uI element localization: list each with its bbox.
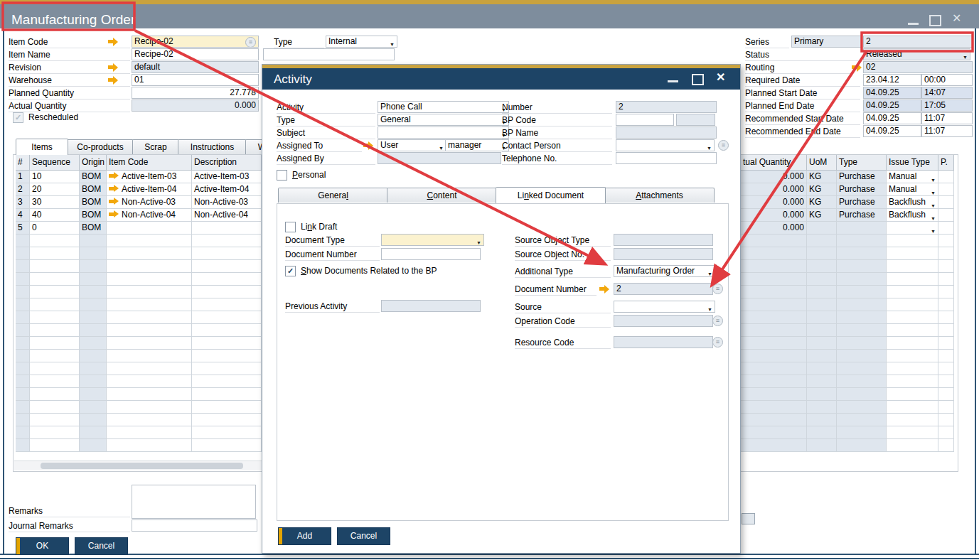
cell-num[interactable] xyxy=(16,401,30,414)
cell-p[interactable] xyxy=(938,183,954,196)
cell-quantity[interactable] xyxy=(741,439,807,452)
recommended-start-time-field[interactable]: 11:07 xyxy=(921,112,973,124)
assigned-to-user-dropdown[interactable]: manager ▼ xyxy=(445,139,509,151)
cell-type[interactable] xyxy=(837,337,887,350)
cell-item_code[interactable]: Active-Item-04 xyxy=(107,183,192,196)
cell-issue_type[interactable] xyxy=(887,337,938,350)
cell-quantity[interactable]: 0.000 xyxy=(741,222,807,235)
series-number-field[interactable]: 2 xyxy=(863,36,973,48)
cell-description[interactable] xyxy=(192,311,262,324)
cell-type[interactable] xyxy=(837,286,887,298)
resource-code-field[interactable] xyxy=(614,336,713,348)
cell-item_code[interactable] xyxy=(107,401,192,414)
cell-num[interactable]: 5 xyxy=(16,222,30,235)
cell-num[interactable] xyxy=(16,375,30,388)
choose-from-list-icon[interactable]: ≡ xyxy=(245,37,256,48)
cell-quantity[interactable] xyxy=(741,286,807,298)
cell-quantity[interactable] xyxy=(741,414,807,426)
previous-activity-field[interactable] xyxy=(381,300,481,312)
cell-origin[interactable] xyxy=(80,426,107,439)
type-dropdown[interactable]: Internal ▼ xyxy=(326,36,397,48)
cell-description[interactable] xyxy=(192,222,262,235)
cell-description[interactable] xyxy=(192,247,262,260)
cell-description[interactable] xyxy=(192,388,262,401)
maximize-icon[interactable] xyxy=(929,15,941,26)
cell-sequence[interactable] xyxy=(30,388,80,401)
cell-type[interactable] xyxy=(837,260,887,273)
cell-type[interactable] xyxy=(837,235,887,247)
cell-origin[interactable] xyxy=(80,439,107,452)
revision-field[interactable]: default xyxy=(132,61,259,73)
cell-item_code[interactable] xyxy=(107,247,192,260)
cell-item_code[interactable] xyxy=(107,260,192,273)
cell-item_code[interactable] xyxy=(107,388,192,401)
planned-quantity-field[interactable]: 27.778 xyxy=(132,87,259,99)
tab-instructions[interactable]: Instructions xyxy=(178,139,247,154)
subject-dropdown[interactable]: ▼ xyxy=(378,126,509,139)
cell-p[interactable] xyxy=(938,209,954,222)
cell-origin[interactable]: BOM xyxy=(80,171,107,183)
cell-num[interactable] xyxy=(16,260,30,273)
routing-field[interactable]: 02 xyxy=(863,61,973,73)
cell-origin[interactable] xyxy=(80,375,107,388)
cell-item_code[interactable] xyxy=(107,222,192,235)
cell-sequence[interactable] xyxy=(30,426,80,439)
cell-quantity[interactable] xyxy=(741,401,807,414)
cell-p[interactable] xyxy=(938,260,954,273)
cell-issue_type[interactable] xyxy=(887,273,938,286)
cell-sequence[interactable] xyxy=(30,439,80,452)
cell-issue_type[interactable] xyxy=(887,286,938,298)
bp-code-field[interactable] xyxy=(616,114,674,126)
cell-type[interactable]: Purchase xyxy=(837,171,887,183)
cell-description[interactable] xyxy=(192,362,262,375)
cell-uom[interactable] xyxy=(807,350,837,362)
tab-general[interactable]: General xyxy=(278,188,388,203)
cell-sequence[interactable] xyxy=(30,286,80,298)
choose-from-list-icon[interactable]: ≡ xyxy=(712,284,723,294)
assigned-to-category-dropdown[interactable]: User ▼ xyxy=(378,139,446,151)
cell-issue_type[interactable] xyxy=(887,324,938,337)
cell-origin[interactable] xyxy=(80,260,107,273)
cell-type[interactable] xyxy=(837,298,887,311)
cell-p[interactable] xyxy=(938,375,954,388)
cell-origin[interactable] xyxy=(80,350,107,362)
cell-description[interactable]: Non-Active-03 xyxy=(192,196,262,209)
cell-uom[interactable] xyxy=(807,247,837,260)
show-documents-checkbox[interactable]: ✓ xyxy=(285,266,296,276)
cell-description[interactable] xyxy=(192,260,262,273)
cell-item_code[interactable] xyxy=(107,375,192,388)
cell-type[interactable] xyxy=(837,439,887,452)
cell-sequence[interactable] xyxy=(30,260,80,273)
tab-linked-document[interactable]: Linked Document xyxy=(496,187,606,203)
cell-issue_type[interactable] xyxy=(887,375,938,388)
cell-item_code[interactable] xyxy=(107,311,192,324)
cell-sequence[interactable] xyxy=(30,350,80,362)
cell-issue_type[interactable] xyxy=(887,260,938,273)
bp-name-field[interactable] xyxy=(616,126,717,139)
document-number-field[interactable] xyxy=(381,248,481,260)
cell-quantity[interactable] xyxy=(741,324,807,337)
activity-dropdown[interactable]: Phone Call ▼ xyxy=(378,101,509,113)
planned-start-time-field[interactable]: 14:07 xyxy=(921,87,973,99)
cell-num[interactable] xyxy=(16,298,30,311)
choose-from-list-icon[interactable]: ≡ xyxy=(712,337,723,348)
cell-num[interactable] xyxy=(16,337,30,350)
cell-description[interactable]: Non-Active-04 xyxy=(192,209,262,222)
cell-description[interactable] xyxy=(192,273,262,286)
cell-issue_type[interactable] xyxy=(887,388,938,401)
cell-sequence[interactable] xyxy=(30,362,80,375)
cell-issue_type[interactable] xyxy=(887,401,938,414)
cell-sequence[interactable] xyxy=(30,273,80,286)
operation-code-field[interactable] xyxy=(614,315,713,327)
required-time-field[interactable]: 00:00 xyxy=(921,74,973,86)
cell-issue_type[interactable] xyxy=(887,350,938,362)
link-arrow-icon[interactable] xyxy=(109,172,119,180)
dialog-cancel-button[interactable]: Cancel xyxy=(337,527,390,545)
cell-p[interactable] xyxy=(938,362,954,375)
cell-origin[interactable] xyxy=(80,362,107,375)
cell-quantity[interactable]: 0.000 xyxy=(741,209,807,222)
cell-issue_type[interactable]: ▼ xyxy=(887,222,938,235)
items-hscrollbar[interactable] xyxy=(14,461,262,470)
tab-content[interactable]: Content xyxy=(387,188,497,203)
cell-type[interactable] xyxy=(837,324,887,337)
